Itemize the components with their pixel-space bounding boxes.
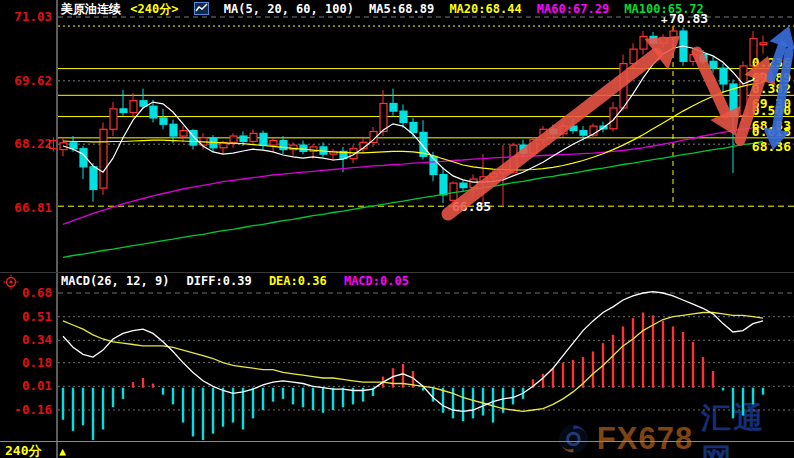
dea-value: DEA:0.36 (269, 274, 327, 288)
ma5-line (63, 46, 763, 182)
ma-lines (63, 46, 763, 257)
ma100-line (63, 142, 763, 258)
ma60-value: MA60:67.29 (537, 2, 609, 16)
ma20-value: MA20:68.44 (449, 2, 521, 16)
main-y-axis-label: 68.22 (14, 136, 52, 151)
timeframe-bar[interactable]: 240分 ▲ (5, 442, 66, 458)
macd-y-axis-label: 0.01 (22, 378, 52, 393)
trading-app-window: FX678 汇通网 71.0369.6268.2266.810.680.510.… (0, 0, 794, 458)
macd-formula: MACD(26, 12, 9) (61, 274, 169, 288)
macd-y-axis-label: 0.34 (22, 332, 52, 347)
timeframe-up-arrow-icon[interactable]: ▲ (59, 445, 66, 458)
macd-y-axis-label: 0.68 (22, 285, 52, 300)
diff-line (63, 292, 763, 412)
ma5-value: MA5:68.89 (369, 2, 434, 16)
macd-y-axis-label: 0.51 (22, 309, 52, 324)
ma-formula: MA(5, 20, 60, 100) (224, 2, 354, 16)
macd-histogram (63, 313, 763, 448)
period-tag[interactable]: <240分> (130, 2, 178, 16)
fib-ratio-label: 0.500 (752, 103, 791, 118)
main-y-axis-label: 71.03 (14, 9, 52, 24)
chart-canvas[interactable]: 71.0369.6268.2266.810.680.510.340.180.01… (0, 0, 794, 458)
diff-value: DIFF:0.39 (187, 274, 252, 288)
dea-line (63, 313, 763, 412)
chart-header: 美原油连续 <240分> MA(5, 20, 60, 100) MA5:68.8… (61, 1, 712, 18)
trend-arrows (448, 26, 794, 214)
main-y-axis-label: 66.81 (14, 200, 52, 215)
macd-lines (63, 292, 763, 412)
main-y-axis-label: 69.62 (14, 73, 52, 88)
ma100-value: MA100:65.72 (624, 2, 703, 16)
timeframe-label[interactable]: 240分 (5, 443, 41, 458)
macd-y-axis-label: 0.18 (22, 355, 52, 370)
indicator-target-icon[interactable] (3, 274, 19, 294)
macd-value: MACD:0.05 (344, 274, 409, 288)
chart-type-icon[interactable] (194, 2, 209, 18)
macd-header: MACD(26, 12, 9) DIFF:0.39 DEA:0.36 MACD:… (61, 274, 419, 288)
ma60-line (63, 127, 763, 224)
macd-y-axis-label: -0.16 (14, 402, 52, 417)
symbol-name: 美原油连续 (61, 2, 121, 16)
